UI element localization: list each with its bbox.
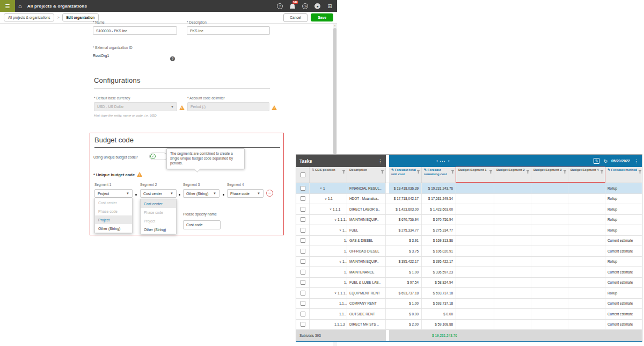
edit-grid-icon[interactable]: ✎ (594, 158, 599, 164)
row-checkbox[interactable] (301, 207, 305, 212)
filter-funnel-icon[interactable] (638, 170, 642, 174)
toolbar-kebab-icon[interactable]: ⋮ (634, 158, 639, 164)
table-row[interactable]: ∨1...FUEL$ 275,334.77$ 275,334.77Rollup (296, 225, 642, 236)
filter-funnel-icon[interactable] (600, 170, 604, 174)
table-row[interactable]: 1.1...COMPANY RENT$ 1.00$ 693,737.18Curr… (296, 299, 642, 309)
filter-funnel-icon[interactable] (563, 170, 567, 174)
unique-budget-code-toggle[interactable]: ✓ (149, 153, 167, 160)
filter-funnel-icon[interactable] (451, 170, 455, 174)
delimiter-input[interactable]: Period (.) (187, 102, 269, 111)
row-checkbox[interactable] (301, 238, 305, 243)
row-checkbox[interactable] (301, 270, 305, 275)
segment-1-select[interactable]: Project▼ (94, 189, 133, 198)
language-icon[interactable]: ◷ (302, 3, 308, 9)
filter-funnel-icon[interactable] (489, 170, 493, 174)
segment-2-select[interactable]: Cost center▼ (140, 189, 177, 198)
external-org-help-icon[interactable]: ? (170, 56, 175, 61)
scrollbar-up-arrow[interactable]: ▲ (333, 24, 336, 27)
collapse-chevron-icon[interactable]: ∨ (325, 197, 327, 200)
dropdown-option[interactable]: Project (95, 215, 132, 224)
currency-select[interactable]: USD - US Dollar ▼ (94, 102, 177, 111)
save-button[interactable]: Save (311, 13, 333, 21)
filter-funnel-icon[interactable] (526, 170, 530, 174)
scrollbar-thumb[interactable] (333, 28, 336, 154)
forecast-method-cell: Current estimate (605, 320, 643, 330)
row-checkbox[interactable] (301, 228, 305, 233)
table-row[interactable]: ∨1...MAINTAIN EQUIP..$ 395,422.17$ 395,4… (296, 257, 642, 268)
column-header-bs2[interactable]: Budget Segment 2 (494, 167, 531, 183)
select-all-checkbox[interactable] (301, 172, 305, 177)
table-row[interactable]: 1.1.1.3DIRECT MH STS ..$ 2.00$ 59,108.88… (296, 320, 642, 330)
row-checkbox[interactable] (301, 301, 305, 306)
row-checkbox[interactable] (301, 217, 305, 222)
row-checkbox[interactable] (301, 291, 305, 295)
apps-grid-icon[interactable]: ⊞ (327, 3, 333, 9)
collapse-chevron-icon[interactable]: ∨ (334, 218, 336, 221)
column-header-bs1[interactable]: Budget Segment 1 (456, 167, 494, 183)
help-icon[interactable]: ? (277, 3, 283, 9)
column-header-bs3[interactable]: Budget Segment 3 (531, 167, 568, 183)
column-header-bs4[interactable]: Budget Segment 4 (568, 167, 605, 183)
chevron-down-icon: ▼ (171, 105, 174, 109)
sort-icon[interactable]: ⇅ (312, 168, 314, 171)
table-row[interactable]: ∨1.1.1..EQUIPMENT RENT$ 693,737.18$ 693,… (296, 288, 642, 299)
table-row[interactable]: ∨1.1.1DIRECT LABOR S..$ 1,423,603.00$ 1,… (296, 204, 642, 215)
table-row[interactable]: ∨1.1.1..MAINTAIN EQUIP..$ 670,756.94$ 67… (296, 215, 642, 226)
description-input[interactable] (187, 26, 270, 35)
refresh-icon[interactable]: ↻ (603, 158, 608, 164)
organization-edit-window: ☰ ⌂ All projects & organizations ? 349 ◷… (0, 0, 337, 346)
row-checkbox[interactable] (301, 312, 305, 316)
table-row[interactable]: 1..GAS & DIESEL$ 3.91$ 169,313.86Current… (296, 236, 642, 247)
table-row[interactable]: ∨1FINANCIAL RESUL..$ 19,418,036.39$ 19,2… (296, 183, 642, 194)
row-checkbox[interactable] (301, 196, 305, 201)
pager-prev-icon[interactable]: ‹ (436, 158, 438, 163)
column-header-tuc[interactable]: ✎ Forecast total unit cost (389, 167, 422, 183)
segment-4-select[interactable]: Phase code▼ (227, 189, 264, 198)
collapse-chevron-icon[interactable]: ∨ (320, 186, 322, 190)
table-row[interactable]: 1..OFFROAD DIESEL$ 3.75$ 106,020.91Curre… (296, 246, 642, 257)
collapse-chevron-icon[interactable]: ∨ (339, 260, 341, 263)
remove-segment-icon[interactable]: − (266, 190, 273, 197)
column-header-description[interactable]: Description (347, 167, 386, 183)
pager-next-icon[interactable]: › (448, 158, 450, 163)
segment-3-select[interactable]: Other (String)▼ (183, 189, 219, 198)
home-icon[interactable]: ⌂ (18, 3, 22, 9)
notifications-bell-icon[interactable]: 349 (289, 3, 296, 9)
hamburger-menu-icon[interactable]: ☰ (0, 0, 15, 12)
row-checkbox[interactable] (301, 259, 305, 264)
budget-segment-3-cell (531, 183, 568, 193)
row-checkbox[interactable] (301, 280, 305, 285)
tasks-menu-icon[interactable]: ⋮ (378, 158, 383, 164)
breadcrumb-all-projects[interactable]: All projects & organizations (4, 13, 54, 21)
collapse-chevron-icon[interactable]: ∨ (339, 228, 341, 232)
column-set-pager[interactable]: ‹ ••• › (436, 155, 450, 167)
budget-segment-1-cell (456, 309, 494, 319)
row-checkbox[interactable] (301, 186, 305, 191)
dropdown-option[interactable]: Other (String) (141, 225, 176, 234)
collapse-chevron-icon[interactable]: ∨ (334, 291, 336, 294)
dropdown-option[interactable]: Other (String) (95, 224, 132, 233)
subtotal-remaining-cost: $ 19,231,243.76 (425, 330, 459, 341)
column-header-cbs[interactable]: ⇅CBS position (310, 167, 347, 183)
cbs-position-cell: ∨1.1.1 (310, 204, 347, 214)
table-row[interactable]: ∨1.1HDOT - Moanalua..$ 17,718,042.17$ 17… (296, 194, 642, 205)
name-input[interactable] (93, 26, 177, 35)
filter-funnel-icon[interactable] (342, 170, 346, 174)
filter-funnel-icon[interactable] (416, 170, 420, 174)
collapse-chevron-icon[interactable]: ∨ (330, 207, 332, 211)
table-row[interactable]: 1..FUEL & LUBE LAB..$ 97.54$ 58,824.94Cu… (296, 278, 642, 289)
column-header-select[interactable] (296, 167, 310, 183)
account-avatar-icon[interactable]: ● (314, 3, 320, 9)
budget-segment-4-cell (568, 215, 605, 225)
column-header-method[interactable]: ✎ Forecast method (605, 167, 643, 183)
dropdown-option[interactable]: Cost center (141, 199, 176, 208)
budget-segment-2-cell (494, 309, 531, 319)
filter-funnel-icon[interactable] (380, 170, 384, 174)
table-row[interactable]: 1..MAINTENANCE$ 1.00$ 336,597.23Current … (296, 267, 642, 278)
column-header-rc[interactable]: ✎ Forecast remaining cost (422, 167, 456, 183)
row-checkbox[interactable] (301, 322, 305, 327)
row-checkbox[interactable] (301, 249, 305, 254)
table-row[interactable]: 1.1..OUTSIDE RENT$ 0.00$ 0.00Current est… (296, 309, 642, 320)
cancel-button[interactable]: Cancel (283, 13, 308, 22)
specify-name-input[interactable] (183, 220, 221, 229)
